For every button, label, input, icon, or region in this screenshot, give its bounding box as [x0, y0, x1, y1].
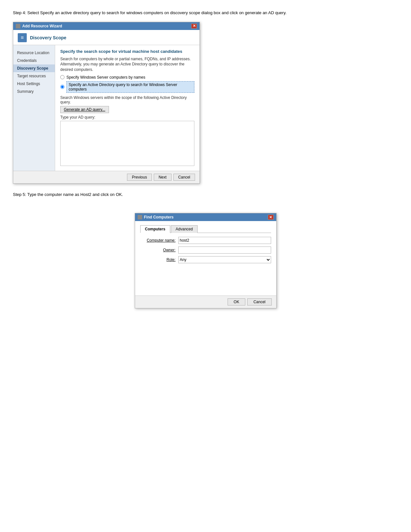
step4-text: Step 4: Select Specify an active directo…	[13, 10, 303, 16]
radio-ad-label: Specify an Active Directory query to sea…	[66, 81, 194, 93]
find-cancel-button[interactable]: Cancel	[247, 298, 271, 305]
find-computers-dialog: Find Computers ✕ Computers Advanced Comp…	[135, 213, 277, 308]
wizard-title-icon	[16, 24, 20, 28]
role-select[interactable]: Any Domain Controller Workstation Server	[178, 256, 271, 263]
wizard-titlebar: Add Resource Wizard ✕	[13, 22, 200, 30]
type-query-label: Type your AD query:	[60, 115, 194, 120]
tab-computers[interactable]: Computers	[140, 225, 170, 233]
sidebar-item-resource-location[interactable]: Resource Location	[13, 49, 55, 57]
role-label: Role:	[140, 257, 176, 262]
wizard-close-button[interactable]: ✕	[191, 24, 197, 29]
wizard-content-title: Specify the search scope for virtual mac…	[60, 49, 194, 54]
generate-ad-query-button[interactable]: Generate an AD query...	[60, 106, 109, 113]
radio-names-label: Specify Windows Server computers by name…	[66, 75, 145, 80]
sidebar-item-summary[interactable]: Summary	[13, 88, 55, 95]
wizard-content: Specify the search scope for virtual mac…	[55, 45, 200, 171]
wizard-sidebar: Resource Location Credentials Discovery …	[13, 45, 55, 171]
tab-advanced[interactable]: Advanced	[171, 225, 198, 233]
sidebar-item-host-settings[interactable]: Host Settings	[13, 80, 55, 88]
computer-name-row: Computer name:	[140, 237, 271, 244]
tab-row: Computers Advanced	[140, 225, 271, 233]
wizard-header-title: Discovery Scope	[30, 35, 66, 40]
find-title-icon	[138, 215, 142, 219]
sidebar-item-credentials[interactable]: Credentials	[13, 57, 55, 64]
radio-option-ad: Specify an Active Directory query to sea…	[60, 81, 194, 93]
sidebar-item-target-resources[interactable]: Target resources	[13, 72, 55, 80]
find-body: Computers Advanced Computer name: Owner:…	[135, 221, 276, 295]
ad-query-desc: Search Windows servers within the scope …	[60, 95, 194, 104]
find-footer: OK Cancel	[135, 295, 276, 308]
next-button[interactable]: Next	[154, 174, 171, 181]
sidebar-item-discovery-scope[interactable]: Discovery Scope	[13, 64, 55, 72]
previous-button[interactable]: Previous	[127, 174, 152, 181]
step5-text: Step 5: Type the computer name as Host2 …	[13, 191, 303, 198]
owner-row: Owner:	[140, 247, 271, 254]
role-row: Role: Any Domain Controller Workstation …	[140, 256, 271, 263]
computer-name-input[interactable]	[178, 237, 271, 244]
find-spacer	[140, 266, 271, 292]
owner-label: Owner:	[140, 248, 176, 252]
wizard-body: Resource Location Credentials Discovery …	[13, 45, 200, 171]
radio-ad-input[interactable]	[60, 85, 64, 89]
wizard-footer: Previous Next Cancel	[13, 171, 200, 183]
cancel-button[interactable]: Cancel	[173, 174, 195, 181]
wizard-title-text: Add Resource Wizard	[22, 24, 62, 28]
wizard-header-icon: ≡	[18, 33, 27, 42]
radio-option-names: Specify Windows Server computers by name…	[60, 75, 194, 80]
computer-name-label: Computer name:	[140, 238, 176, 243]
radio-names-input[interactable]	[60, 75, 64, 79]
find-titlebar: Find Computers ✕	[135, 213, 276, 221]
owner-input[interactable]	[178, 247, 271, 254]
wizard-header-icon-symbol: ≡	[21, 35, 24, 41]
ok-button[interactable]: OK	[228, 298, 245, 305]
wizard-header: ≡ Discovery Scope	[13, 30, 200, 45]
wizard-desc: Search for computers by whole or partial…	[60, 56, 194, 73]
add-resource-wizard-dialog: Add Resource Wizard ✕ ≡ Discovery Scope …	[13, 22, 200, 184]
find-close-button[interactable]: ✕	[268, 215, 274, 220]
find-title-text: Find Computers	[144, 215, 174, 219]
ad-query-textarea[interactable]	[60, 121, 194, 166]
